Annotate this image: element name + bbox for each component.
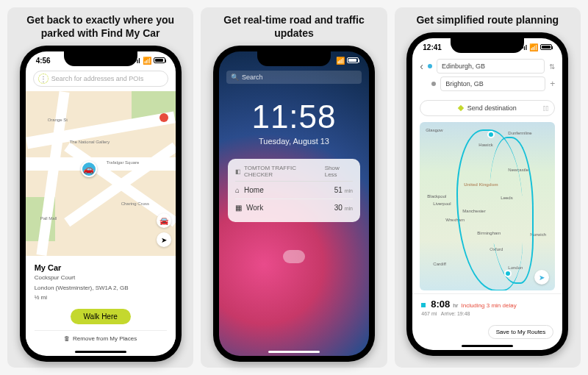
car-pin-icon[interactable]: 🚗: [81, 161, 97, 177]
battery-icon: [154, 57, 165, 63]
phone-screen: 4:56 📶 ⋮ Search for addresses and POIs T…: [26, 51, 176, 356]
battery-icon: [540, 44, 552, 50]
layers-button[interactable]: 🚘: [157, 213, 171, 228]
city-label: Glasgow: [426, 128, 442, 132]
home-icon: ⌂: [235, 186, 240, 194]
menu-icon[interactable]: ⋮: [38, 74, 49, 84]
destination-dot-icon: [431, 82, 436, 86]
widget-row-work[interactable]: ▦ Work 30 min: [235, 199, 353, 216]
city-label: Cardiff: [433, 262, 446, 266]
show-less-link[interactable]: Show Less: [325, 165, 353, 178]
route-duration: 8:08: [431, 299, 450, 310]
feature-title: Get back to exactly where you parked wit…: [12, 13, 189, 40]
phone-mockup: 📶 🔍 Search 11:58 Tuesday, August 13 ◧ TO…: [213, 46, 375, 362]
wifi-icon: 📶: [143, 57, 151, 65]
destination-field[interactable]: Brighton, GB: [440, 76, 545, 91]
route-details: 467 mi Arrive: 19:48: [421, 311, 553, 316]
feature-title: Get real-time road and traffic updates: [205, 13, 382, 40]
phone-notch: [257, 51, 331, 66]
status-time: 12:41: [423, 43, 442, 51]
home-indicator: [268, 351, 320, 353]
feature-panel-route-planning: Get simplified route planning 12:41 📶 ‹ …: [395, 7, 581, 368]
spotlight-search[interactable]: 🔍 Search: [226, 71, 362, 84]
card-address2: London (Westminster), SW1A 2, GB: [35, 284, 167, 292]
city-label: Liverpool: [433, 201, 451, 206]
origin-dot-icon: [428, 64, 432, 68]
ad-pill: [283, 250, 305, 263]
wifi-icon: 📶: [336, 57, 345, 65]
phone-notch: [451, 38, 524, 53]
save-to-my-routes-button[interactable]: Save to My Routes: [488, 325, 554, 339]
phone-mockup: 4:56 📶 ⋮ Search for addresses and POIs T…: [20, 46, 182, 362]
locate-button[interactable]: ➤: [534, 270, 549, 285]
remove-from-places-link[interactable]: 🗑 Remove from My Places: [35, 330, 167, 342]
map-view[interactable]: The National Gallery Orange St Trafalgar…: [26, 91, 176, 256]
map-label-street3: Charing Cross: [121, 201, 149, 206]
map-label-street2: Trafalgar Square: [107, 160, 140, 165]
route-summary: 8:08 hr Including 3 min delay 467 mi Arr…: [412, 293, 562, 321]
phone-screen: 📶 🔍 Search 11:58 Tuesday, August 13 ◧ TO…: [219, 51, 369, 356]
send-destination-button[interactable]: Send destination ⊟⃝: [420, 100, 555, 116]
phone-mockup: 12:41 📶 ‹ Edinburgh, GB ⇅ Brighton,: [406, 32, 568, 356]
card-title: My Car: [35, 263, 167, 272]
map-label-street4: Pall Mall: [40, 216, 57, 221]
city-label: Dunfermline: [508, 131, 531, 135]
lock-screen-time: 11:58: [219, 99, 369, 135]
trash-icon: 🗑: [64, 335, 70, 342]
search-input[interactable]: ⋮ Search for addresses and POIs: [33, 71, 168, 87]
widget-title: TOMTOM TRAFFIC CHECKER: [244, 165, 325, 178]
route-map[interactable]: Glasgow Hawick Dunfermline Newcastle Lee…: [420, 122, 555, 290]
card-distance: ½ mi: [35, 293, 167, 301]
origin-field[interactable]: Edinburgh, GB: [437, 59, 545, 74]
status-time: 4:56: [36, 57, 51, 65]
search-placeholder: Search for addresses and POIs: [51, 75, 144, 82]
add-stop-icon[interactable]: +: [550, 79, 555, 89]
app-icon: ◧: [235, 168, 241, 175]
back-chevron-icon[interactable]: ‹: [420, 60, 423, 72]
traffic-widget[interactable]: ◧ TOMTOM TRAFFIC CHECKER Show Less ⌂ Hom…: [228, 159, 360, 222]
walk-here-button[interactable]: Walk Here: [71, 309, 131, 324]
home-indicator: [462, 345, 513, 347]
swap-icon[interactable]: ⇅: [549, 63, 555, 71]
work-icon: ▦: [235, 204, 242, 212]
search-icon: 🔍: [231, 74, 239, 81]
card-address1: Cockspur Court: [35, 274, 167, 282]
map-label-gallery: The National Gallery: [70, 140, 110, 144]
home-indicator: [75, 351, 126, 353]
city-label: Blackpool: [427, 194, 446, 199]
no-entry-icon: [159, 113, 168, 122]
route-inputs: ‹ Edinburgh, GB ⇅ Brighton, GB +: [412, 56, 562, 97]
battery-icon: [347, 57, 359, 63]
feature-panel-find-my-car: Get back to exactly where you parked wit…: [7, 7, 193, 368]
route-color-icon: [421, 303, 426, 307]
phone-notch: [64, 51, 137, 66]
locate-button[interactable]: ➤: [157, 232, 171, 247]
widget-row-home[interactable]: ⌂ Home 51 min: [235, 182, 353, 199]
wifi-icon: 📶: [529, 43, 538, 51]
location-card: My Car Cockspur Court London (Westminste…: [26, 256, 176, 349]
phone-screen: 12:41 📶 ‹ Edinburgh, GB ⇅ Brighton,: [412, 38, 562, 350]
feature-title: Get simplified route planning: [416, 13, 559, 26]
lock-screen-date: Tuesday, August 13: [219, 137, 369, 146]
devices-icon: ⊟⃝: [543, 104, 548, 113]
feature-panel-traffic-updates: Get real-time road and traffic updates 📶…: [201, 7, 387, 368]
map-label-street1: Orange St: [48, 118, 68, 122]
